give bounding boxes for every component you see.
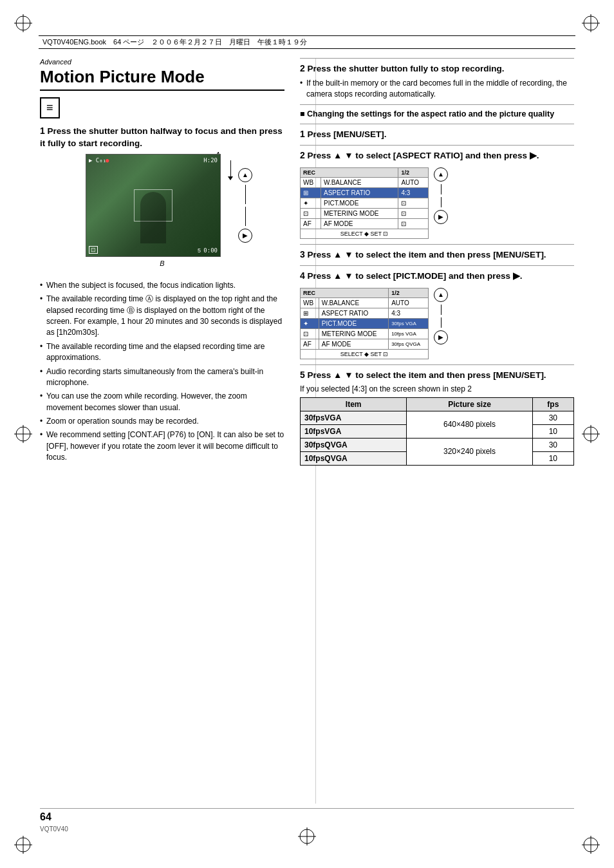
menu1-footer: SELECT ◆ SET ⊡: [301, 229, 429, 238]
left-column: Advanced Motion Picture Mode ≡ 1 Press t…: [40, 58, 284, 804]
menu2-af-label: AF MODE: [319, 339, 388, 349]
left-bullet-2: The available recording time and the ela…: [40, 341, 284, 364]
menu1-arrow-line1: [441, 184, 442, 194]
right-step2-aspect: 2 Press ▲ ▼ to select [ASPECT RATIO] and…: [300, 145, 574, 239]
menu1-header: REC 1/2: [301, 167, 429, 177]
camera-display-row: ▶ C₀₁ ● H:20 ⊡ 0:00: [72, 154, 252, 257]
cam-icon-tl: ▶ C₀₁: [89, 157, 106, 164]
menu1-header-label: REC: [301, 167, 398, 177]
menu1-af-label: AF MODE: [321, 218, 398, 229]
menu1-aspect-label: ASPECT RATIO: [321, 187, 398, 198]
shutter-arrow-top: [228, 160, 233, 180]
menu2-table: REC 1/2 WB W.BALANCE AUTO ⊞ ASPECT RATIO: [300, 288, 429, 359]
camera-right-arrows: ▲ ▶: [238, 168, 252, 243]
reg-mark-bl: [14, 836, 32, 854]
step2-right-heading: 2 Press the shutter button fully to stop…: [300, 62, 574, 75]
label-b: B: [72, 259, 252, 267]
menu1-wb-icon: WB: [301, 177, 321, 187]
menu1-arrow-right: ▶: [434, 210, 448, 224]
td-item-10fpsvga: 10fpsVGA: [301, 424, 407, 438]
arrow-right: ▶: [238, 229, 252, 243]
td-item-30fpsqvga: 30fpsQVGA: [301, 438, 407, 451]
content-area: Advanced Motion Picture Mode ≡ 1 Press t…: [40, 58, 574, 804]
menu1-aspect-value: 4:3: [398, 187, 429, 198]
menu2-meter-icon: ⊡: [301, 328, 319, 339]
page-code: VQT0V40: [40, 826, 68, 833]
left-bullet-1: The available recording time Ⓐ is displa…: [40, 294, 284, 339]
menu1-meter-icon: ⊡: [301, 208, 321, 218]
menu2-header: REC 1/2: [301, 288, 429, 297]
menu1-table-wrap: REC 1/2 WB W.BALANCE AUTO ⊞ ASPECT RATIO: [300, 167, 429, 239]
menu2-meter-label: METERING MODE: [319, 328, 388, 339]
reg-mark-br: [582, 836, 600, 854]
table-row-30fpsqvga: 30fpsQVGA 320×240 pixels 30: [301, 438, 574, 451]
left-bullet-4: You can use the zoom while recording. Ho…: [40, 391, 284, 413]
step2-right-aspect-heading: 2 Press ▲ ▼ to select [ASPECT RATIO] and…: [300, 149, 574, 162]
step1-heading: 1 Press the shutter button halfway to fo…: [40, 125, 284, 150]
cam-indicator: 5: [198, 247, 201, 254]
page-number-block: 64 VQT0V40: [40, 811, 68, 833]
cam-time-tr: H:20: [203, 157, 218, 164]
cam-time-br: 0:00: [203, 247, 218, 254]
step5-right-heading: 5 Press ▲ ▼ to select the item and then …: [300, 369, 574, 382]
menu2-arrow-up: ▲: [434, 288, 448, 302]
camera-screen: ▶ C₀₁ ● H:20 ⊡ 0:00: [86, 154, 221, 257]
right-step5: 5 Press ▲ ▼ to select the item and then …: [300, 364, 574, 466]
page: VQT0V40ENG.book 64 ページ ２００６年２月２７日 月曜日 午後…: [0, 0, 614, 868]
menu1-pict-icon: ✦: [301, 198, 321, 208]
td-fps-10fpsvga: 10: [532, 424, 573, 438]
cam-icon-bl: ⊡: [89, 246, 98, 254]
step2-right-bullet: If the built-in memory or the card becom…: [300, 78, 574, 100]
step1-right-heading: 1 Press [MENU/SET].: [300, 128, 574, 141]
menu2-af-value: 30fps QVGA: [389, 339, 429, 349]
menu2-wb-icon: WB: [301, 297, 319, 308]
arrow-line-2: [245, 207, 246, 226]
menu2-wb-value: AUTO: [389, 297, 429, 308]
menu2-meter-value: 10fps VGA: [389, 328, 429, 339]
file-info: VQT0V40ENG.book 64 ページ ２００６年２月２７日 月曜日 午後…: [42, 37, 307, 47]
menu1-footer-label: SELECT ◆ SET ⊡: [301, 229, 429, 238]
menu2-af-icon: AF: [301, 339, 319, 349]
right-step2: 2 Press the shutter button fully to stop…: [300, 58, 574, 100]
menu2-row-meter: ⊡ METERING MODE 10fps VGA: [301, 328, 429, 339]
reg-mark-tr: [582, 14, 600, 32]
th-fps: fps: [532, 397, 573, 411]
mode-icon: ≡: [40, 97, 60, 118]
menu1-aspect-icon: ⊞: [301, 187, 321, 198]
table-row-30fpsvga: 30fpsVGA 640×480 pixels 30: [301, 411, 574, 424]
left-bullet-0: When the subject is focused, the focus i…: [40, 280, 284, 291]
menu2-row-aspect: ⊞ ASPECT RATIO 4:3: [301, 308, 429, 318]
menu2-aspect-label: ASPECT RATIO: [319, 308, 388, 318]
menu1-pict-label: PICT.MODE: [321, 198, 398, 208]
menu1-row-meter: ⊡ METERING MODE ⊡: [301, 208, 429, 218]
menu2-row-pict: ✦ PICT.MODE 30fps VGA: [301, 318, 429, 328]
menu1-row-pict: ✦ PICT.MODE ⊡: [301, 198, 429, 208]
menu2-table-wrap: REC 1/2 WB W.BALANCE AUTO ⊞ ASPECT RATIO: [300, 288, 429, 359]
td-fps-30fpsqvga: 30: [532, 438, 573, 451]
menu1-arrow-up: ▲: [434, 167, 448, 182]
menu1-meter-label: METERING MODE: [321, 208, 398, 218]
page-title: Motion Picture Mode: [40, 67, 284, 91]
menu1-wb-label: W.BALANCE: [321, 177, 398, 187]
section-heading: Changing the settings for the aspect rat…: [300, 109, 574, 120]
td-size-qvga: 320×240 pixels: [407, 438, 532, 465]
camera-image-container: A ▶ C₀₁ ● H:20: [72, 154, 252, 267]
menu1-af-icon: AF: [301, 218, 321, 229]
menu1-header-page: 1/2: [398, 167, 429, 177]
menu1-arrows: ▲ ▶: [434, 167, 448, 224]
menu2-row-wb: WB W.BALANCE AUTO: [301, 297, 429, 308]
menu1-af-value: ⊡: [398, 218, 429, 229]
menu1-pict-value: ⊡: [398, 198, 429, 208]
menu2-arrow-line1: [441, 305, 442, 315]
menu1-row-af: AF AF MODE ⊡: [301, 218, 429, 229]
menu2-footer: SELECT ◆ SET ⊡: [301, 349, 429, 359]
menu2-arrow-right: ▶: [434, 330, 448, 344]
page-footer: 64 VQT0V40: [40, 808, 574, 833]
step5-note: If you selected [4:3] on the screen show…: [300, 384, 574, 393]
menu1-meter-value: ⊡: [398, 208, 429, 218]
menu2-pict-label: PICT.MODE: [319, 318, 388, 328]
menu2-arrow-line2: [441, 317, 442, 328]
step3-right-heading: 3 Press ▲ ▼ to select the item and then …: [300, 249, 574, 261]
menu2-header-page: 1/2: [389, 288, 429, 297]
arrow-up: ▲: [238, 168, 252, 182]
